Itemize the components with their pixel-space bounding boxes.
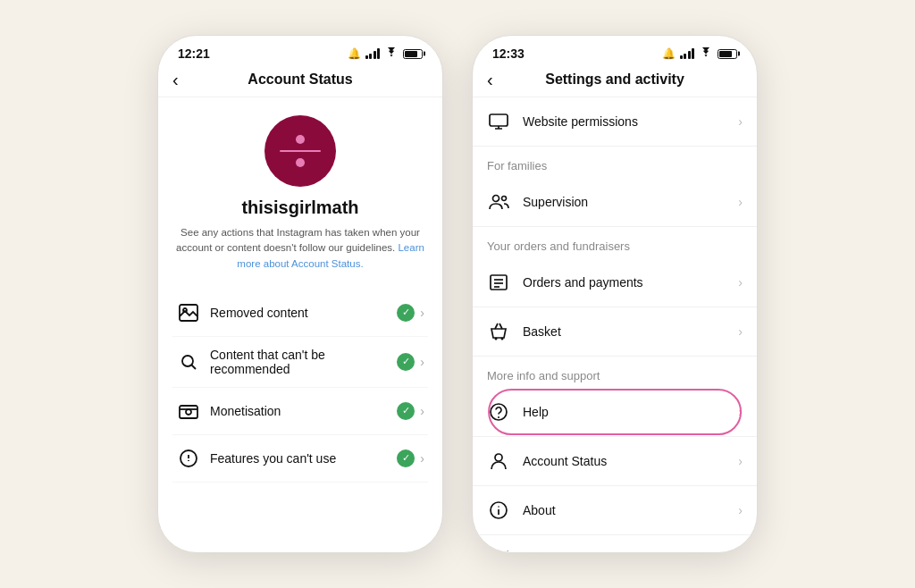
phone-account-status: 12:21 🔔 (157, 35, 443, 553)
page-header-1: ‹ Account Status (158, 66, 442, 97)
avatar-dot-bottom (296, 158, 305, 167)
account-status-list: Removed content ✓ › (172, 290, 428, 483)
username: thisisgirlmath (241, 197, 358, 218)
item-label: Content that can't be recommended (210, 348, 397, 376)
check-badge: ✓ (397, 402, 415, 420)
phone-settings: 12:33 🔔 (472, 35, 758, 553)
time-2: 12:33 (492, 46, 525, 61)
section-header-orders: Your orders and fundraisers (473, 227, 757, 258)
avatar (264, 115, 336, 187)
check-badge: ✓ (397, 449, 415, 467)
status-bar-1: 12:21 🔔 (158, 36, 442, 66)
item-right: ✓ › (397, 449, 424, 467)
status-icons-1: 🔔 (348, 47, 424, 61)
status-icons-2: 🔔 (662, 47, 738, 61)
page-header-2: ‹ Settings and activity (473, 66, 757, 97)
orders-icon (487, 271, 510, 294)
settings-item-account-status[interactable]: Account Status › (473, 437, 757, 486)
svg-point-11 (502, 197, 507, 201)
section-header-support: More info and support (473, 357, 757, 388)
item-right: ✓ › (397, 402, 424, 420)
image-icon (176, 300, 201, 325)
description-text: See any actions that Instagram has taken… (172, 225, 428, 272)
svg-point-16 (495, 338, 498, 340)
account-status-content: thisisgirlmath See any actions that Inst… (158, 97, 442, 552)
avatar-divider (280, 150, 321, 152)
profile-section: thisisgirlmath See any actions that Inst… (172, 115, 428, 272)
item-label: Features you can't use (210, 451, 397, 466)
chevron-icon: › (420, 306, 424, 320)
chevron-icon: › (738, 503, 743, 517)
chevron-icon: › (420, 451, 424, 466)
info-icon (487, 499, 510, 522)
chevron-icon: › (738, 195, 743, 209)
list-item[interactable]: Removed content ✓ › (172, 290, 428, 337)
svg-point-20 (495, 454, 502, 461)
settings-content: Website permissions › For families S (473, 97, 757, 552)
chevron-icon: › (738, 405, 743, 419)
chevron-icon: › (420, 404, 424, 418)
status-bar-2: 12:33 🔔 (473, 36, 757, 66)
list-item[interactable]: Content that can't be recommended ✓ › (172, 337, 428, 388)
page-title-1: Account Status (248, 71, 352, 88)
item-label: Supervision (523, 195, 738, 209)
phones-container: 12:21 🔔 (157, 35, 758, 553)
svg-rect-4 (180, 406, 197, 418)
back-button-1[interactable]: ‹ (172, 70, 179, 90)
chevron-icon: › (738, 275, 743, 290)
item-label: Monetisation (210, 404, 397, 418)
item-right: ✓ › (397, 304, 424, 322)
settings-item-help[interactable]: Help › (473, 388, 757, 437)
settings-item-orders[interactable]: Orders and payments › (473, 258, 757, 307)
wifi-icon-1 (384, 47, 399, 61)
back-button-2[interactable]: ‹ (487, 70, 493, 90)
wifi-icon-2 (699, 47, 713, 61)
person-icon (487, 449, 510, 473)
page-title-2: Settings and activity (545, 71, 684, 88)
svg-point-19 (498, 416, 499, 418)
list-item[interactable]: Features you can't use ✓ › (172, 435, 428, 483)
list-item[interactable]: Monetisation ✓ › (172, 388, 428, 435)
basket-icon (487, 320, 510, 343)
signal-icon-1 (365, 48, 381, 59)
bell-icon-2: 🔔 (662, 47, 676, 60)
settings-item-about[interactable]: About › (473, 486, 757, 535)
check-badge: ✓ (397, 304, 415, 322)
section-header-login: Login (473, 535, 757, 552)
chevron-icon: › (738, 324, 743, 339)
monetise-icon (176, 399, 201, 424)
signal-icon-2 (680, 48, 695, 59)
monitor-icon (487, 110, 510, 133)
battery-icon-2 (718, 49, 737, 59)
item-label: Account Status (523, 454, 738, 468)
chevron-icon: › (738, 454, 743, 468)
settings-item-basket[interactable]: Basket › (473, 307, 757, 357)
section-header-families: For families (473, 147, 757, 178)
svg-rect-7 (490, 114, 508, 126)
avatar-dot-top (296, 135, 305, 144)
battery-icon-1 (403, 49, 423, 59)
chevron-icon: › (738, 114, 743, 129)
item-label: Website permissions (523, 114, 738, 129)
item-label: About (523, 503, 738, 517)
chevron-icon: › (420, 355, 424, 369)
people-icon (487, 190, 510, 214)
item-label: Help (523, 405, 738, 419)
svg-point-23 (498, 506, 499, 508)
item-label: Basket (523, 324, 738, 339)
item-right: ✓ › (397, 353, 424, 371)
svg-point-2 (182, 356, 193, 366)
search-icon (176, 349, 201, 374)
time-1: 12:21 (178, 46, 210, 61)
help-icon (487, 400, 510, 424)
item-label: Removed content (210, 306, 397, 320)
bell-icon-1: 🔔 (348, 47, 361, 60)
check-badge: ✓ (397, 353, 415, 371)
settings-item-website-permissions[interactable]: Website permissions › (473, 97, 757, 147)
item-label: Orders and payments (523, 275, 738, 290)
svg-point-17 (501, 338, 504, 340)
svg-line-3 (192, 365, 197, 369)
settings-item-supervision[interactable]: Supervision › (473, 178, 757, 227)
svg-point-10 (493, 196, 499, 202)
chat-icon (176, 446, 201, 471)
